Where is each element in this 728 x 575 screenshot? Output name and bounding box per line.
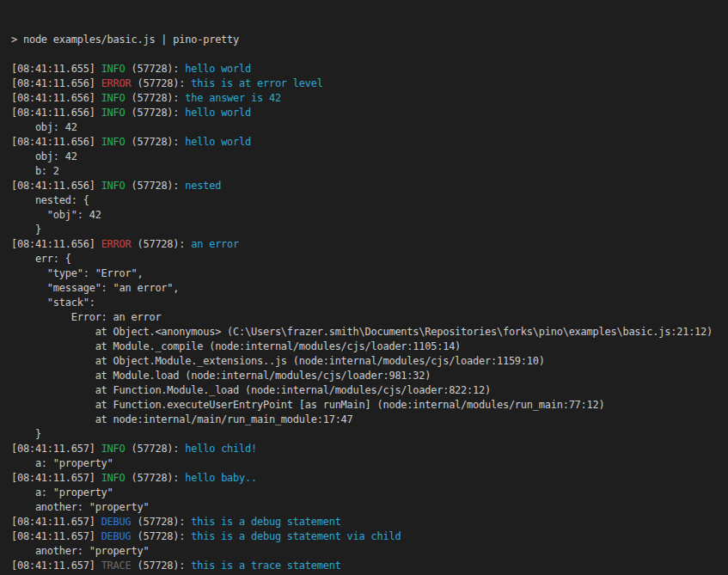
terminal-line: at Module._compile (node:internal/module… xyxy=(11,339,728,354)
command-line: > node examples/basic.js | pino-pretty xyxy=(11,34,239,46)
terminal-line: [08:41:11.657] INFO (57728): hello baby.… xyxy=(11,471,728,486)
terminal-line: obj: 42 xyxy=(11,120,728,135)
log-message: this is a trace statement xyxy=(191,560,340,572)
log-message: hello world xyxy=(185,63,251,75)
terminal-line: [08:41:11.657] DEBUG (57728): this is a … xyxy=(11,529,728,544)
log-level-info: INFO xyxy=(101,107,125,119)
log-message: this is a debug statement via child xyxy=(191,530,401,542)
terminal-line: [08:41:11.657] INFO (57728): hello child… xyxy=(11,442,728,456)
log-level-info: INFO xyxy=(101,92,125,104)
terminal-line: at node:internal/main/run_main_module:17… xyxy=(11,413,728,427)
log-message: hello baby.. xyxy=(185,472,257,484)
log-level-info: INFO xyxy=(101,472,125,484)
terminal-line: at Object.Module._extensions..js (node:i… xyxy=(11,354,728,369)
log-level-info: INFO xyxy=(101,443,125,455)
log-property-line: a: "property" xyxy=(11,486,113,499)
log-property-line: err: { xyxy=(11,253,71,265)
log-property-line: at Module._compile (node:internal/module… xyxy=(11,340,461,352)
log-message: an error xyxy=(191,238,239,250)
terminal-line: [08:41:11.657] DEBUG (57728): this is a … xyxy=(11,515,728,529)
log-message: this is at error level xyxy=(191,77,322,89)
log-pid: (57728): xyxy=(125,180,186,192)
terminal-line: } xyxy=(11,223,728,237)
log-message: hello world xyxy=(185,107,251,119)
log-property-line: another: "property" xyxy=(11,501,149,513)
log-property-line: at Function.Module._load (node:internal/… xyxy=(11,384,491,396)
terminal-line: at Module.load (node:internal/modules/cj… xyxy=(11,369,728,383)
terminal-line: "message": "an error", xyxy=(11,281,728,296)
terminal-line: nested: { xyxy=(11,193,728,208)
log-level-info: INFO xyxy=(101,180,125,192)
log-property-line: at Function.executeUserEntryPoint [as ru… xyxy=(11,399,605,411)
log-property-line: another: "property" xyxy=(11,545,149,557)
log-property-line: at node:internal/main/run_main_module:17… xyxy=(11,413,353,425)
log-timestamp: [08:41:11.657] xyxy=(11,472,101,484)
terminal-line: another: "property" xyxy=(11,544,728,559)
terminal-line: [08:41:11.656] ERROR (57728): this is at… xyxy=(11,76,728,91)
log-property-line: "obj": 42 xyxy=(11,209,101,221)
log-pid: (57728): xyxy=(132,560,192,572)
terminal-line: Error: an error xyxy=(11,310,728,325)
terminal-line: obj: 42 xyxy=(11,150,728,164)
log-property-line: obj: 42 xyxy=(11,121,77,133)
log-level-info: INFO xyxy=(101,136,125,148)
log-timestamp: [08:41:11.656] xyxy=(11,238,101,250)
log-property-line: nested: { xyxy=(11,194,89,206)
log-property-line: "type": "Error", xyxy=(11,267,143,279)
log-property-line: b: 2 xyxy=(11,165,59,177)
log-pid: (57728): xyxy=(125,63,186,75)
terminal-line: b: 2 xyxy=(11,164,728,179)
terminal-line: a: "property" xyxy=(11,456,728,471)
terminal-line: [08:41:11.655] INFO (57728): hello world xyxy=(11,62,728,76)
log-pid: (57728): xyxy=(132,77,192,89)
log-message: hello child! xyxy=(185,443,257,455)
log-pid: (57728): xyxy=(132,530,192,542)
log-pid: (57728): xyxy=(132,238,192,250)
log-level-error: ERROR xyxy=(101,238,132,250)
log-timestamp: [08:41:11.656] xyxy=(11,77,101,89)
terminal-line: "stack": xyxy=(11,296,728,310)
log-pid: (57728): xyxy=(125,443,186,455)
log-message: this is a debug statement xyxy=(191,516,340,528)
log-pid: (57728): xyxy=(125,136,186,148)
log-message: hello world xyxy=(185,136,251,148)
log-timestamp: [08:41:11.657] xyxy=(11,443,101,455)
log-property-line: "message": "an error", xyxy=(11,282,179,294)
log-level-trace: TRACE xyxy=(101,560,132,572)
log-timestamp: [08:41:11.655] xyxy=(11,63,101,75)
log-property-line: Error: an error xyxy=(11,311,161,323)
terminal-output: > node examples/basic.js | pino-pretty [… xyxy=(11,33,728,575)
log-timestamp: [08:41:11.656] xyxy=(11,180,101,192)
log-level-error: ERROR xyxy=(101,77,132,89)
terminal-line: [08:41:11.656] ERROR (57728): an error xyxy=(11,237,728,252)
terminal-window: > node examples/basic.js | pino-pretty [… xyxy=(0,0,728,575)
log-property-line: at Module.load (node:internal/modules/cj… xyxy=(11,370,431,382)
log-pid: (57728): xyxy=(125,92,186,104)
terminal-line: [08:41:11.656] INFO (57728): the answer … xyxy=(11,91,728,106)
log-property-line: at Object.<anonymous> (C:\Users\frazer.s… xyxy=(11,326,713,338)
terminal-line: [08:41:11.657] TRACE (57728): this is a … xyxy=(11,559,728,573)
terminal-line: "obj": 42 xyxy=(11,208,728,223)
terminal-line: [08:41:11.656] INFO (57728): nested xyxy=(11,179,728,193)
log-timestamp: [08:41:11.657] xyxy=(11,516,101,528)
log-timestamp: [08:41:11.656] xyxy=(11,107,101,119)
terminal-line: } xyxy=(11,427,728,442)
log-message: nested xyxy=(185,180,221,192)
terminal-line: [08:41:11.656] INFO (57728): hello world xyxy=(11,135,728,150)
log-timestamp: [08:41:11.656] xyxy=(11,92,101,104)
terminal-line: at Function.executeUserEntryPoint [as ru… xyxy=(11,398,728,413)
terminal-line: another: "property" xyxy=(11,500,728,515)
log-property-line: obj: 42 xyxy=(11,150,77,162)
log-level-debug: DEBUG xyxy=(101,530,132,542)
terminal-line: at Function.Module._load (node:internal/… xyxy=(11,383,728,398)
terminal-line xyxy=(11,47,728,62)
log-property-line: } xyxy=(11,223,41,236)
log-message: the answer is 42 xyxy=(185,92,281,104)
terminal-line: > node examples/basic.js | pino-pretty xyxy=(11,33,728,47)
log-timestamp: [08:41:11.656] xyxy=(11,136,101,148)
log-timestamp: [08:41:11.657] xyxy=(11,560,101,572)
log-pid: (57728): xyxy=(132,516,192,528)
log-timestamp: [08:41:11.657] xyxy=(11,530,101,542)
log-level-debug: DEBUG xyxy=(101,516,132,528)
terminal-line: at Object.<anonymous> (C:\Users\frazer.s… xyxy=(11,325,728,339)
